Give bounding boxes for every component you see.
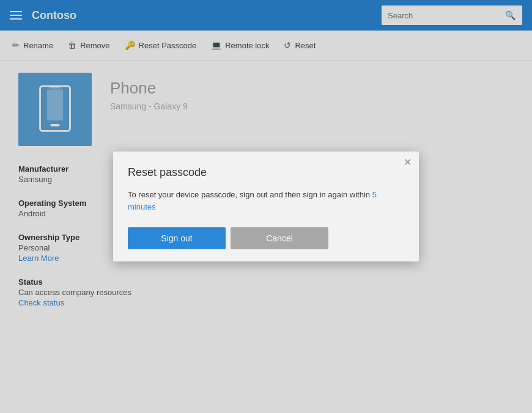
modal-body: To reset your device passcode, sign out … — [128, 189, 404, 213]
modal-close-button[interactable]: ✕ — [404, 158, 412, 167]
modal-body-text-1: To reset your device passcode, sign out … — [128, 190, 372, 199]
modal-title: Reset passcode — [128, 166, 404, 179]
cancel-button[interactable]: Cancel — [231, 227, 328, 249]
modal-overlay: ✕ Reset passcode To reset your device pa… — [0, 0, 532, 413]
sign-out-button[interactable]: Sign out — [128, 227, 226, 249]
reset-passcode-dialog: ✕ Reset passcode To reset your device pa… — [113, 152, 419, 261]
modal-actions: Sign out Cancel — [128, 227, 404, 249]
